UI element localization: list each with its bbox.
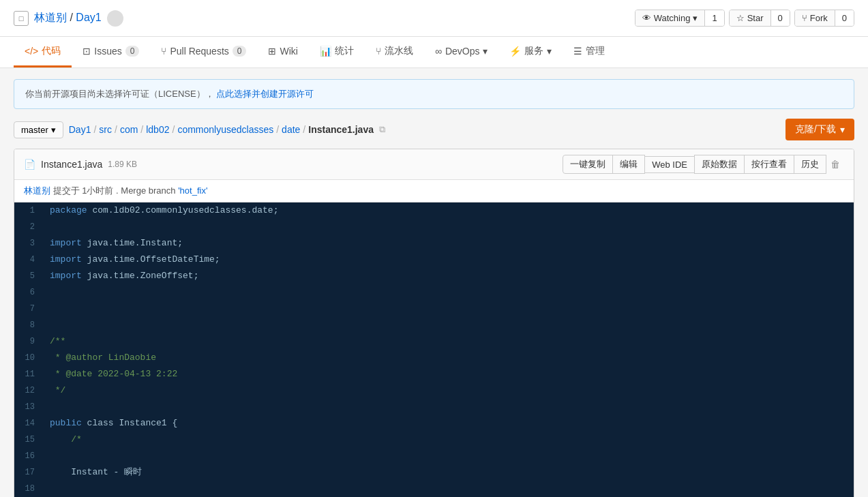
code-line: 9/** [14, 333, 854, 350]
breadcrumb-date[interactable]: date [282, 124, 300, 135]
line-content: public class Instance1 { [42, 415, 185, 432]
one-click-copy-button[interactable]: 一键复制 [563, 155, 613, 174]
pr-icon: ⑂ [161, 46, 166, 57]
line-number: 1 [14, 202, 42, 219]
issues-badge: 0 [125, 46, 140, 57]
code-line: 14public class Instance1 { [14, 415, 854, 432]
breadcrumb: master ▾ Day1 / src / com / ldb02 / comm… [14, 121, 385, 138]
tab-admin-label: 管理 [586, 45, 605, 57]
star-icon: ☆ [736, 13, 745, 23]
line-content: import java.time.OffsetDateTime; [42, 252, 228, 268]
tab-wiki-label: Wiki [280, 46, 297, 57]
breadcrumb-src[interactable]: src [99, 124, 112, 135]
header-left: □ 林道别 / Day1 [14, 10, 123, 27]
fork-label-part[interactable]: ⑂ Fork [795, 10, 835, 26]
stats-icon: 📊 [320, 46, 331, 57]
services-icon: ⚡ [509, 46, 521, 57]
tab-pipeline[interactable]: ⑂ 流水线 [365, 37, 424, 67]
file-type-icon: 📄 [24, 159, 35, 170]
user-link[interactable]: 林道别 [34, 12, 67, 23]
line-content [42, 448, 63, 464]
breadcrumb-com[interactable]: com [120, 124, 138, 135]
commit-info: 林道别 提交于 1小时前 . Merge branch 'hot_fix' [14, 180, 854, 202]
web-ide-button[interactable]: Web IDE [644, 156, 695, 173]
history-button[interactable]: 历史 [794, 155, 826, 174]
line-content [42, 301, 63, 317]
code-line: 8 [14, 317, 854, 333]
line-content [42, 399, 63, 415]
line-number: 13 [14, 399, 42, 415]
code-line: 15 /* [14, 432, 854, 448]
line-number: 7 [14, 301, 42, 317]
blame-button[interactable]: 按行查看 [744, 155, 794, 174]
main-content: 你当前开源项目尚未选择许可证（LICENSE）， 点此选择并创建开源许可 mas… [0, 68, 868, 497]
tab-code[interactable]: </> 代码 [14, 37, 72, 67]
nav-tabs: </> 代码 ⊡ Issues 0 ⑂ Pull Requests 0 ⊞ Wi… [0, 37, 868, 68]
line-content: import java.time.ZoneOffset; [42, 268, 207, 284]
code-line: 13 [14, 399, 854, 415]
line-content: Instant - 瞬时 [42, 464, 150, 481]
fork-button[interactable]: ⑂ Fork 0 [794, 10, 854, 27]
code-area: 1package com.ldb02.commonlyusedclasses.d… [14, 202, 854, 497]
delete-icon[interactable]: 🗑 [826, 156, 844, 172]
line-number: 8 [14, 317, 42, 333]
watch-count: 1 [705, 10, 723, 26]
breadcrumb-ldb02[interactable]: ldb02 [146, 124, 169, 135]
clone-download-button[interactable]: 克隆/下载 ▾ [785, 119, 854, 140]
code-line: 1package com.ldb02.commonlyusedclasses.d… [14, 202, 854, 219]
breadcrumb-day1[interactable]: Day1 [69, 124, 91, 135]
star-button[interactable]: ☆ Star 0 [729, 10, 790, 27]
tab-wiki[interactable]: ⊞ Wiki [257, 37, 308, 67]
tab-pr-label: Pull Requests [170, 46, 228, 57]
line-number: 16 [14, 448, 42, 464]
tab-devops[interactable]: ∞ DevOps ▾ [424, 37, 499, 67]
watch-button[interactable]: 👁 Watching ▾ 1 [635, 10, 725, 27]
breadcrumb-commonlyusedclasses[interactable]: commonlyusedclasses [177, 124, 273, 135]
code-line: 6 [14, 284, 854, 301]
star-label: Star [747, 13, 764, 23]
line-number: 12 [14, 382, 42, 399]
notice-text: 你当前开源项目尚未选择许可证（LICENSE）， [25, 89, 214, 99]
repo-link[interactable]: Day1 [76, 12, 101, 23]
chevron-down-icon: ▾ [693, 13, 698, 23]
line-number: 18 [14, 481, 42, 497]
file-box: 📄 Instance1.java 1.89 KB 一键复制 编辑 Web IDE… [14, 149, 854, 497]
line-number: 2 [14, 219, 42, 235]
code-line: 3import java.time.Instant; [14, 235, 854, 252]
line-content: /* [42, 432, 90, 448]
line-number: 17 [14, 464, 42, 481]
commit-branch-link[interactable]: 'hot_fix' [178, 185, 207, 196]
code-line: 10 * @author LinDaobie [14, 350, 854, 366]
watch-label-part[interactable]: 👁 Watching ▾ [635, 10, 706, 26]
tab-stats[interactable]: 📊 统计 [309, 37, 365, 67]
tab-services[interactable]: ⚡ 服务 ▾ [498, 37, 563, 67]
line-number: 10 [14, 350, 42, 366]
commit-author-link[interactable]: 林道别 [24, 185, 50, 196]
tab-admin[interactable]: ☰ 管理 [563, 37, 616, 67]
line-content: package com.ldb02.commonlyusedclasses.da… [42, 202, 286, 219]
issues-icon: ⊡ [83, 46, 91, 57]
avatar [107, 10, 123, 27]
copy-path-icon[interactable]: ⧉ [379, 124, 385, 135]
tab-pullrequests[interactable]: ⑂ Pull Requests 0 [150, 37, 257, 67]
repo-icon: □ [14, 11, 29, 26]
tab-issues[interactable]: ⊡ Issues 0 [72, 37, 150, 67]
code-line: 16 [14, 448, 854, 464]
raw-data-button[interactable]: 原始数据 [694, 155, 745, 174]
branch-name: master [21, 125, 48, 135]
branch-selector[interactable]: master ▾ [14, 121, 63, 138]
pipeline-icon: ⑂ [376, 46, 381, 57]
notice-link[interactable]: 点此选择并创建开源许可 [216, 89, 314, 99]
line-content: * @date 2022-04-13 2:22 [42, 366, 185, 382]
license-notice: 你当前开源项目尚未选择许可证（LICENSE）， 点此选择并创建开源许可 [14, 79, 854, 109]
star-label-part[interactable]: ☆ Star [730, 10, 771, 26]
line-number: 3 [14, 235, 42, 252]
line-content [42, 284, 63, 301]
file-header-left: 📄 Instance1.java 1.89 KB [24, 159, 137, 170]
fork-label: Fork [810, 13, 828, 23]
tab-devops-label: DevOps [445, 46, 480, 57]
edit-button[interactable]: 编辑 [612, 155, 645, 174]
devops-icon: ∞ [435, 46, 442, 57]
tab-stats-label: 统计 [335, 45, 354, 57]
line-content [42, 317, 63, 333]
